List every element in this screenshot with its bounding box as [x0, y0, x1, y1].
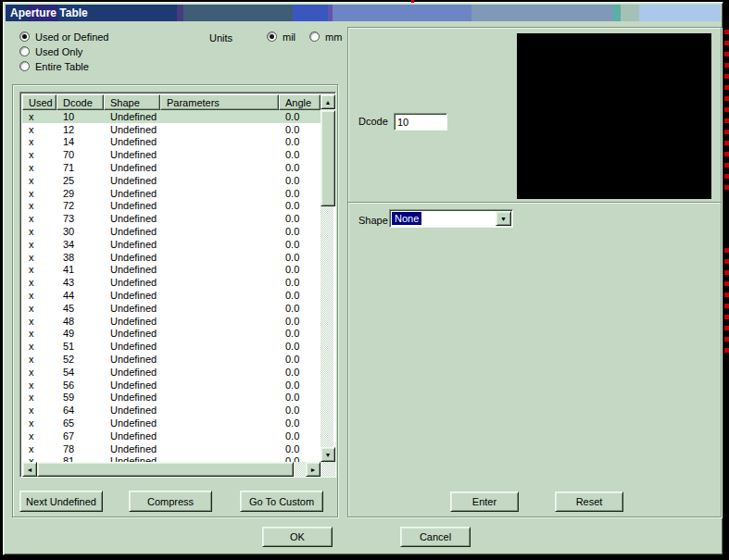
column-header-used[interactable]: Used: [22, 94, 57, 110]
shape-label: Shape: [358, 215, 388, 226]
cell-angle: 0.0: [279, 303, 321, 314]
cell-used: x: [22, 149, 57, 160]
table-row[interactable]: x43Undefined0.0: [22, 276, 321, 289]
cell-angle: 0.0: [279, 200, 321, 211]
table-row[interactable]: x10Undefined0.0: [22, 110, 321, 123]
dropdown-button[interactable]: ▼: [496, 211, 511, 226]
cell-shape: Undefined: [104, 277, 160, 288]
radio-button-icon[interactable]: [267, 31, 277, 42]
table-row[interactable]: x52Undefined0.0: [22, 353, 321, 366]
table-row[interactable]: x25Undefined0.0: [22, 174, 321, 187]
next-undefined-button[interactable]: Next Undefined: [19, 491, 103, 512]
column-header-shape[interactable]: Shape: [104, 94, 160, 110]
cell-angle: 0.0: [279, 239, 321, 250]
ok-button[interactable]: OK: [262, 527, 333, 547]
vertical-scrollbar[interactable]: ▲ ▼: [321, 94, 333, 462]
cell-used: x: [22, 111, 57, 122]
radio-used-or-defined[interactable]: Used or Defined: [19, 31, 109, 43]
radio-used-only[interactable]: Used Only: [19, 45, 82, 57]
aperture-list: Used Dcode Shape Parameters Angle x10Und…: [19, 92, 336, 478]
table-row[interactable]: x67Undefined0.0: [22, 429, 321, 442]
radio-button-icon[interactable]: [309, 31, 320, 42]
cell-used: x: [22, 136, 57, 147]
cell-angle: 0.0: [279, 354, 321, 365]
table-row[interactable]: x45Undefined0.0: [22, 302, 321, 315]
table-row[interactable]: x70Undefined0.0: [22, 148, 321, 161]
table-row[interactable]: x73Undefined0.0: [22, 212, 321, 225]
cell-shape: Undefined: [104, 252, 160, 263]
table-row[interactable]: x44Undefined0.0: [22, 289, 321, 302]
cell-shape: Undefined: [104, 341, 160, 352]
column-header-dcode[interactable]: Dcode: [57, 94, 104, 110]
table-row[interactable]: x41Undefined0.0: [22, 264, 321, 277]
cell-angle: 0.0: [279, 136, 321, 147]
table-row[interactable]: x49Undefined0.0: [22, 328, 321, 341]
table-row[interactable]: x48Undefined0.0: [22, 315, 321, 328]
reset-button[interactable]: Reset: [555, 492, 623, 512]
right-arrow-icon: ►: [310, 467, 317, 473]
cell-dcode: 78: [57, 443, 104, 454]
compress-button[interactable]: Compress: [129, 491, 212, 512]
table-row[interactable]: x34Undefined0.0: [22, 238, 321, 251]
enter-button[interactable]: Enter: [450, 492, 519, 512]
scrollbar-track[interactable]: [294, 462, 306, 477]
down-arrow-icon: ▼: [325, 452, 332, 458]
cell-shape: Undefined: [104, 239, 160, 250]
table-row[interactable]: x72Undefined0.0: [22, 200, 321, 213]
vertical-scrollbar-thumb[interactable]: [321, 110, 335, 206]
scroll-left-button[interactable]: ◄: [22, 462, 37, 477]
scroll-right-button[interactable]: ►: [306, 462, 321, 477]
radio-unit-mm[interactable]: mm: [309, 31, 342, 43]
cell-angle: 0.0: [279, 162, 321, 173]
table-row[interactable]: x64Undefined0.0: [22, 404, 321, 417]
table-row[interactable]: x29Undefined0.0: [22, 187, 321, 200]
scroll-down-button[interactable]: ▼: [321, 447, 335, 462]
column-header-angle[interactable]: Angle: [279, 94, 321, 110]
cell-shape: Undefined: [104, 380, 160, 391]
dcode-input[interactable]: [394, 113, 447, 131]
pcb-trace-pixels: [724, 30, 729, 196]
cell-shape: Undefined: [104, 226, 160, 237]
radio-entire-table[interactable]: Entire Table: [19, 60, 89, 72]
table-row[interactable]: x54Undefined0.0: [22, 366, 321, 379]
table-row[interactable]: x59Undefined0.0: [22, 392, 321, 404]
radio-button-icon[interactable]: [19, 46, 30, 56]
up-arrow-icon: ▲: [325, 99, 332, 106]
cell-angle: 0.0: [279, 226, 321, 237]
title-bar[interactable]: Aperture Table: [6, 5, 721, 21]
table-row[interactable]: x56Undefined0.0: [22, 379, 321, 392]
scroll-up-button[interactable]: ▲: [321, 94, 335, 109]
cell-used: x: [22, 455, 57, 462]
cell-dcode: 45: [57, 303, 104, 314]
radio-unit-mil[interactable]: mil: [267, 31, 295, 43]
table-row[interactable]: x65Undefined0.0: [22, 417, 321, 429]
table-row[interactable]: x14Undefined0.0: [22, 136, 321, 149]
cell-angle: 0.0: [279, 430, 321, 442]
table-row[interactable]: x71Undefined0.0: [22, 161, 321, 174]
table-row[interactable]: x51Undefined0.0: [22, 340, 321, 353]
cancel-button[interactable]: Cancel: [400, 527, 471, 547]
shape-dropdown[interactable]: None ▼: [389, 209, 513, 228]
cell-shape: Undefined: [104, 354, 160, 365]
cell-dcode: 25: [57, 175, 104, 186]
horizontal-scrollbar[interactable]: ◄ ►: [22, 462, 335, 477]
table-row[interactable]: x81Undefined0.0: [22, 455, 321, 462]
go-to-custom-button[interactable]: Go To Custom: [240, 491, 323, 512]
cell-shape: Undefined: [104, 213, 160, 224]
table-row[interactable]: x30Undefined0.0: [22, 225, 321, 238]
radio-button-icon[interactable]: [19, 31, 30, 42]
table-row[interactable]: x38Undefined0.0: [22, 251, 321, 264]
cell-angle: 0.0: [279, 188, 321, 199]
horizontal-scrollbar-thumb[interactable]: [37, 462, 294, 477]
cell-dcode: 70: [57, 149, 104, 160]
cell-dcode: 43: [57, 277, 104, 288]
cell-shape: Undefined: [104, 316, 160, 327]
cell-angle: 0.0: [279, 417, 321, 429]
table-row[interactable]: x12Undefined0.0: [22, 123, 321, 136]
table-row[interactable]: x78Undefined0.0: [22, 442, 321, 455]
units-label: Units: [209, 32, 233, 44]
cell-shape: Undefined: [104, 443, 160, 454]
radio-button-icon[interactable]: [19, 61, 30, 71]
cell-dcode: 72: [57, 200, 104, 211]
column-header-parameters[interactable]: Parameters: [160, 94, 279, 110]
